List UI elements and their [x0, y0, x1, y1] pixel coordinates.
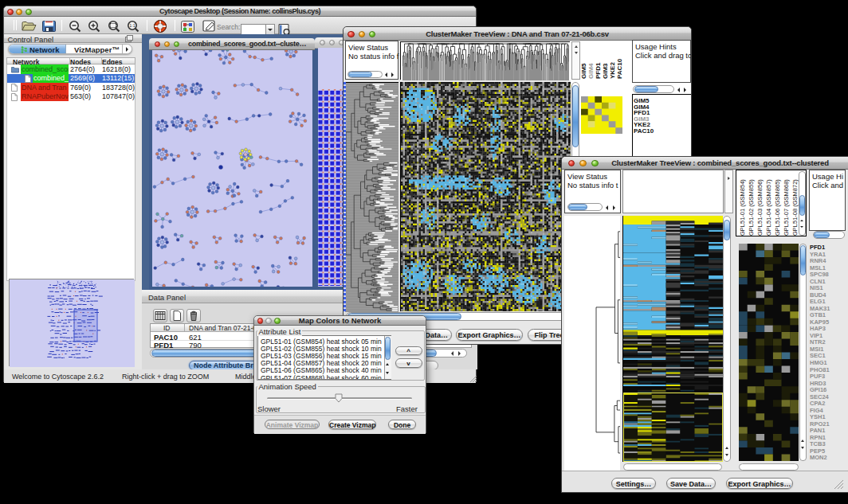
svg-text:1:1: 1:1 [129, 23, 135, 28]
